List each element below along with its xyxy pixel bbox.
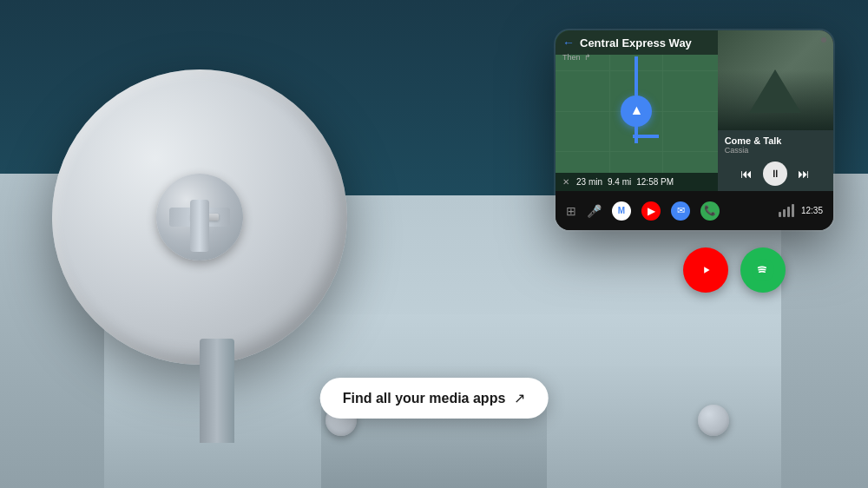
find-media-apps-button[interactable]: Find all your media apps ↗ [320, 378, 549, 419]
mic-icon[interactable]: 🎤 [587, 204, 602, 218]
nav-footer: ✕ 23 min 9.4 mi 12:58 PM [556, 173, 718, 191]
nav-turn-icon: ↱ [584, 53, 591, 62]
nav-then-label: Then [562, 53, 581, 62]
nav-street-name: Central Express Way [580, 36, 711, 49]
youtube-floating-button[interactable] [683, 247, 728, 293]
song-title: Come & Talk [725, 135, 826, 146]
nav-position-arrow [621, 96, 652, 127]
grid-icon[interactable]: ⊞ [566, 204, 576, 218]
youtube-play-icon [696, 260, 715, 280]
phone-icon[interactable]: 📞 [700, 201, 720, 221]
nav-close-icon[interactable]: ✕ [562, 177, 569, 187]
route-turn [633, 135, 659, 138]
song-artist: Cassia [725, 146, 826, 155]
nav-time: 23 min [576, 177, 602, 187]
prev-button[interactable]: ⏮ [739, 165, 754, 182]
steering-wheel [52, 69, 347, 365]
nav-sub-info: Then ↱ [562, 53, 591, 62]
cta-container: Find all your media apps ↗ [320, 378, 549, 419]
screen-bottom-bar: ⊞ 🎤 M ▶ ✉ 📞 12:35 [556, 191, 833, 230]
map-grid-h3 [556, 151, 718, 152]
messages-icon[interactable]: ✉ [671, 201, 690, 221]
nav-time-info: 23 min 9.4 mi 12:58 PM [576, 177, 674, 187]
spoke-bottom [190, 200, 209, 252]
android-auto-screen: ← Central Express Way Then ↱ ✕ 23 min 9.… [556, 30, 833, 230]
cta-arrow-icon: ↗ [514, 390, 525, 406]
screen-time: 12:35 [801, 206, 823, 215]
next-button[interactable]: ⏭ [796, 165, 812, 182]
nav-distance: 9.4 mi [608, 177, 631, 187]
bottom-icons: ⊞ 🎤 M ▶ ✉ 📞 [566, 201, 720, 221]
screen-settings-icon[interactable] [821, 37, 826, 43]
wheel-hub [156, 174, 243, 260]
play-pause-button[interactable]: ⏸ [763, 162, 787, 186]
nav-back-icon[interactable]: ← [562, 36, 575, 49]
album-art [718, 30, 833, 130]
nav-header: ← Central Express Way [556, 30, 718, 55]
youtube-icon[interactable]: ▶ [641, 201, 661, 221]
signal-bars [779, 204, 794, 217]
screen-content: ← Central Express Way Then ↱ ✕ 23 min 9.… [556, 30, 833, 191]
music-info: Come & Talk Cassia [718, 130, 833, 158]
spotify-icon [752, 259, 774, 281]
music-panel: Come & Talk Cassia ⏮ ⏸ ⏭ [718, 30, 833, 191]
knob-right[interactable] [698, 405, 729, 436]
steering-column [200, 339, 234, 443]
nav-eta: 12:58 PM [636, 177, 674, 187]
music-controls: ⏮ ⏸ ⏭ [718, 158, 833, 191]
floating-apps [683, 247, 786, 293]
navigation-panel: ← Central Express Way Then ↱ ✕ 23 min 9.… [556, 30, 718, 191]
album-art-mountain [749, 69, 801, 113]
spotify-floating-button[interactable] [740, 247, 786, 293]
maps-icon[interactable]: M [612, 201, 631, 221]
cta-text: Find all your media apps [343, 391, 506, 406]
